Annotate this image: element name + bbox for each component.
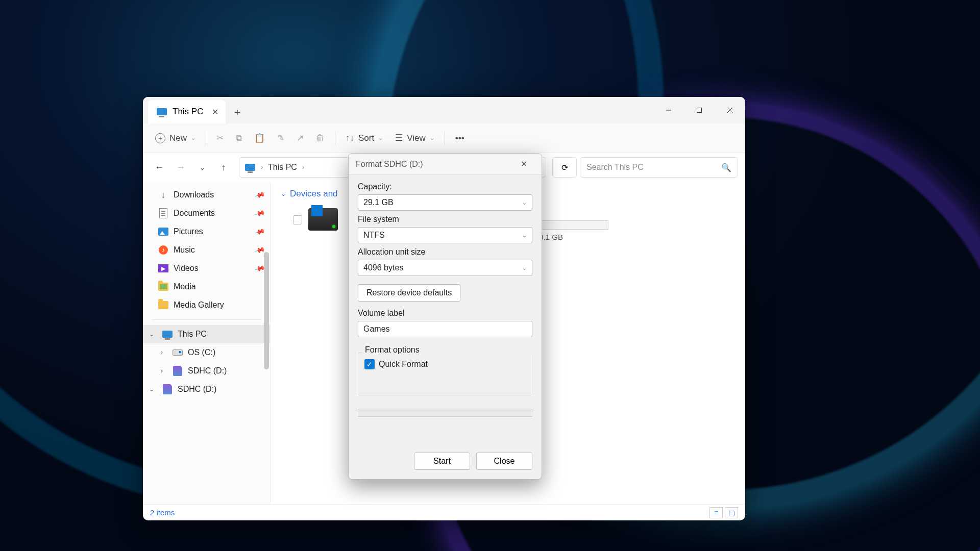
minimize-button[interactable] (653, 97, 684, 123)
capacity-select[interactable]: 29.1 GB ⌄ (358, 194, 532, 211)
documents-icon (158, 208, 168, 218)
dialog-titlebar: Format SDHC (D:) ✕ (349, 154, 542, 175)
sort-button[interactable]: ↑↓ Sort ⌄ (340, 129, 388, 147)
filesystem-select[interactable]: NTFS ⌄ (358, 227, 532, 243)
music-icon: ♪ (158, 245, 168, 255)
paste-button[interactable]: 📋 (249, 129, 270, 147)
clipboard-icon: 📋 (254, 133, 265, 143)
more-button[interactable]: ••• (450, 129, 470, 147)
close-window-button[interactable] (715, 97, 745, 123)
this-pc-icon (162, 329, 173, 339)
chevron-down-icon: ⌄ (522, 265, 527, 271)
drive-os-c[interactable] (293, 206, 354, 231)
this-pc-icon (156, 106, 167, 117)
trash-icon: 🗑 (316, 133, 325, 143)
allocation-select[interactable]: 4096 bytes ⌄ (358, 260, 532, 276)
rename-button[interactable]: ✎ (272, 129, 289, 147)
chevron-down-icon[interactable]: ⌄ (147, 331, 156, 338)
delete-button[interactable]: 🗑 (311, 129, 330, 147)
search-input[interactable]: Search This PC 🔍 (580, 157, 738, 178)
tab-this-pc[interactable]: This PC ✕ (148, 100, 226, 123)
close-button[interactable]: Close (476, 453, 532, 470)
sidebar-tree-this-pc[interactable]: ⌄This PC (143, 325, 270, 343)
new-tab-button[interactable]: ＋ (226, 100, 249, 123)
recent-dropdown[interactable]: ⌄ (193, 158, 211, 177)
sidebar-item-music[interactable]: ♪Music📌 (143, 241, 270, 259)
format-dialog: Format SDHC (D:) ✕ Capacity: 29.1 GB ⌄ F… (348, 153, 542, 480)
maximize-button[interactable] (684, 97, 715, 123)
ellipsis-icon: ••• (455, 133, 464, 143)
sidebar-item-videos[interactable]: ▶Videos📌 (143, 259, 270, 278)
folder-icon (158, 282, 168, 292)
up-button[interactable]: ↑ (214, 158, 233, 177)
refresh-button[interactable]: ⟳ (552, 157, 577, 178)
large-icons-toggle[interactable]: ▢ (725, 507, 738, 518)
capacity-label: Capacity: (358, 182, 532, 191)
start-button[interactable]: Start (414, 453, 470, 470)
chevron-down-icon: ⌄ (281, 190, 286, 197)
back-button[interactable]: ← (150, 158, 168, 177)
item-count: 2 items (150, 508, 175, 517)
chevron-right-icon: › (261, 164, 263, 171)
close-tab-icon[interactable]: ✕ (210, 105, 220, 119)
copy-button[interactable]: ⧉ (231, 129, 247, 147)
sidebar-item-media-gallery[interactable]: Media Gallery (143, 296, 270, 314)
cut-button[interactable]: ✂ (211, 129, 229, 147)
share-button[interactable]: ↗ (291, 129, 309, 147)
drive-checkbox[interactable] (293, 215, 302, 224)
chevron-down-icon[interactable]: ⌄ (147, 386, 156, 393)
volume-label-label: Volume label (358, 309, 532, 318)
format-progress-bar (358, 409, 532, 417)
folder-icon (158, 300, 168, 310)
this-pc-icon (244, 162, 256, 173)
volume-label-input[interactable]: Games (358, 321, 532, 337)
sidebar-tree-sdhc-d[interactable]: ›SDHC (D:) (143, 362, 270, 380)
dialog-title: Format SDHC (D:) (356, 160, 423, 169)
pin-icon: 📌 (254, 189, 265, 201)
sidebar: ↓Downloads📌 Documents📌 Pictures📌 ♪Music📌… (143, 182, 271, 504)
sidebar-item-media[interactable]: Media (143, 278, 270, 296)
chevron-down-icon: ⌄ (522, 199, 527, 206)
pin-icon: 📌 (254, 226, 265, 237)
details-view-toggle[interactable]: ≡ (709, 507, 723, 518)
drive-icon (308, 208, 338, 231)
sd-card-icon (162, 384, 173, 394)
refresh-icon: ⟳ (561, 163, 568, 172)
titlebar: This PC ✕ ＋ (143, 97, 745, 123)
sidebar-item-documents[interactable]: Documents📌 (143, 204, 270, 222)
sidebar-tree-sdhc-d-root[interactable]: ⌄SDHC (D:) (143, 380, 270, 398)
pin-icon: 📌 (254, 208, 265, 219)
forward-button[interactable]: → (172, 158, 190, 177)
view-button[interactable]: ☰ View ⌄ (390, 129, 439, 147)
chevron-right-icon[interactable]: › (157, 367, 166, 374)
toolbar: + New ⌄ ✂ ⧉ 📋 ✎ ↗ 🗑 ↑↓ Sort ⌄ ☰ View ⌄ •… (143, 123, 745, 153)
view-icon: ☰ (395, 133, 403, 143)
scissors-icon: ✂ (216, 133, 224, 143)
chevron-right-icon: › (302, 164, 304, 171)
videos-icon: ▶ (158, 263, 168, 273)
sidebar-scrollbar[interactable] (264, 252, 269, 369)
search-icon: 🔍 (721, 163, 731, 172)
new-button[interactable]: + New ⌄ (150, 129, 201, 147)
sort-icon: ↑↓ (346, 133, 354, 143)
status-bar: 2 items ≡ ▢ (143, 504, 745, 520)
dialog-close-button[interactable]: ✕ (513, 154, 534, 175)
svg-rect-1 (697, 108, 702, 113)
downloads-icon: ↓ (158, 190, 168, 200)
tab-title: This PC (173, 107, 203, 117)
chevron-down-icon: ⌄ (191, 135, 195, 141)
chevron-down-icon: ⌄ (522, 232, 527, 239)
chevron-right-icon[interactable]: › (157, 349, 166, 356)
chevron-down-icon: ⌄ (430, 135, 434, 141)
filesystem-label: File system (358, 215, 532, 224)
restore-defaults-button[interactable]: Restore device defaults (358, 284, 460, 302)
sd-card-icon (173, 366, 183, 376)
crumb-this-pc[interactable]: This PC (268, 163, 297, 172)
sidebar-item-pictures[interactable]: Pictures📌 (143, 222, 270, 241)
share-icon: ↗ (297, 133, 304, 143)
quick-format-checkbox[interactable]: ✓ Quick Format (364, 359, 526, 369)
sidebar-item-downloads[interactable]: ↓Downloads📌 (143, 186, 270, 204)
sidebar-tree-os-c[interactable]: ›OS (C:) (143, 343, 270, 362)
allocation-label: Allocation unit size (358, 247, 532, 257)
checkbox-checked-icon: ✓ (364, 359, 375, 369)
